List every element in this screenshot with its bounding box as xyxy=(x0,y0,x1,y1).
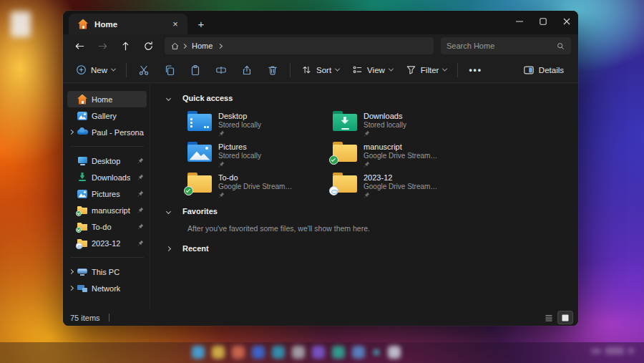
app-icon[interactable] xyxy=(192,346,205,359)
folder-synced-icon xyxy=(77,221,88,233)
back-button[interactable] xyxy=(69,37,90,55)
tab-close-icon[interactable]: × xyxy=(169,18,182,31)
quick-access-tile-desktop[interactable]: Desktop Stored locally xyxy=(187,111,333,135)
quick-access-tile-manuscript[interactable]: manuscript Google Drive Stream… xyxy=(333,142,478,166)
breadcrumb[interactable]: Home xyxy=(165,37,434,54)
new-button[interactable]: New xyxy=(70,60,121,80)
close-button[interactable] xyxy=(555,11,578,32)
section-favorites[interactable]: Favorites xyxy=(167,205,571,217)
navigation-pane: Home Gallery Paul - Personal xyxy=(63,84,150,309)
status-divider xyxy=(109,314,109,321)
pin-icon xyxy=(137,190,144,197)
app-icon[interactable] xyxy=(388,346,401,359)
sort-button[interactable]: Sort xyxy=(296,60,345,80)
chevron-down-icon xyxy=(111,67,116,72)
app-icon[interactable] xyxy=(292,346,305,359)
toolbar-divider xyxy=(126,63,127,77)
section-recent[interactable]: Recent xyxy=(167,243,571,254)
copy-button[interactable] xyxy=(157,60,182,80)
files-pane: Quick access Desktop Stored locally xyxy=(150,84,578,309)
sidebar-item-pictures[interactable]: Pictures xyxy=(67,185,147,202)
sidebar-item-paul-personal[interactable]: Paul - Personal xyxy=(67,124,147,140)
sidebar-divider xyxy=(70,257,144,258)
cut-button[interactable] xyxy=(132,60,156,80)
tray-icon xyxy=(628,348,634,354)
pin-icon xyxy=(364,192,437,198)
favorites-empty-text: After you've favorited some files, we'll… xyxy=(187,224,571,233)
rename-button[interactable] xyxy=(209,60,233,80)
system-tray[interactable] xyxy=(591,347,634,354)
quick-access-tile-pictures[interactable]: Pictures Stored locally xyxy=(187,142,333,166)
sidebar-item-gallery[interactable]: Gallery xyxy=(67,107,147,124)
tile-name: Desktop xyxy=(218,112,261,120)
section-title: Quick access xyxy=(182,94,233,102)
pictures-folder-icon xyxy=(187,142,212,162)
chevron-down-icon[interactable] xyxy=(166,208,171,213)
tile-name: manuscript xyxy=(364,142,437,151)
toolbar-divider xyxy=(457,63,458,77)
more-options-button[interactable]: ••• xyxy=(463,60,488,80)
new-tab-button[interactable]: + xyxy=(192,14,210,33)
breadcrumb-chevron-icon xyxy=(218,43,223,48)
pin-icon xyxy=(218,130,261,137)
app-icon[interactable] xyxy=(232,346,245,359)
sidebar-item-home[interactable]: Home xyxy=(67,91,147,107)
view-button[interactable]: View xyxy=(346,60,399,80)
sidebar-item-network[interactable]: Network xyxy=(67,280,147,296)
chevron-down-icon xyxy=(442,67,447,72)
chevron-down-icon[interactable] xyxy=(166,95,171,100)
sidebar-item-downloads[interactable]: Downloads xyxy=(67,169,147,185)
downloads-folder-icon xyxy=(333,111,357,131)
app-icon[interactable] xyxy=(374,349,379,355)
downloads-icon xyxy=(77,172,88,183)
pin-icon xyxy=(137,223,144,230)
sidebar-item-desktop[interactable]: Desktop xyxy=(67,153,147,169)
minimize-button[interactable] xyxy=(507,11,531,32)
tile-subtitle: Stored locally xyxy=(364,121,406,129)
refresh-button[interactable] xyxy=(137,37,159,55)
breadcrumb-home-icon[interactable] xyxy=(170,42,180,51)
icons-view-toggle[interactable] xyxy=(558,311,572,324)
folder-cloud-icon xyxy=(77,238,88,249)
sidebar-item-this-pc[interactable]: This PC xyxy=(67,263,147,280)
search-box[interactable] xyxy=(441,37,571,54)
share-button[interactable] xyxy=(235,60,259,80)
pin-icon xyxy=(364,161,437,168)
sidebar-divider xyxy=(70,146,144,147)
sidebar-item-2023-12[interactable]: 2023-12 xyxy=(67,235,147,251)
app-icon[interactable] xyxy=(212,346,225,359)
tile-name: To-do xyxy=(218,173,292,182)
quick-access-tile-to-do[interactable]: To-do Google Drive Stream… xyxy=(187,173,333,197)
forward-button[interactable] xyxy=(92,37,113,55)
breadcrumb-chevron-icon xyxy=(182,43,187,48)
network-icon xyxy=(77,283,88,294)
pin-icon xyxy=(218,161,261,168)
app-icon[interactable] xyxy=(312,346,325,359)
desktop-shortcut-icon[interactable] xyxy=(11,11,31,37)
quick-access-tile-2023-12[interactable]: 2023-12 Google Drive Stream… xyxy=(333,173,478,197)
delete-button[interactable] xyxy=(260,60,285,80)
cloud-folder-icon xyxy=(333,173,357,193)
paste-button[interactable] xyxy=(183,60,208,80)
sidebar-item-to-do[interactable]: To-do xyxy=(67,218,147,235)
app-icon[interactable] xyxy=(272,346,285,359)
filter-button[interactable]: Filter xyxy=(400,60,453,80)
up-button[interactable] xyxy=(114,37,136,55)
chevron-right-icon[interactable] xyxy=(69,269,74,274)
breadcrumb-segment[interactable]: Home xyxy=(189,42,215,50)
search-input[interactable] xyxy=(447,42,556,50)
chevron-right-icon[interactable] xyxy=(69,286,74,291)
details-view-toggle[interactable] xyxy=(542,311,556,324)
tab-home[interactable]: Home × xyxy=(69,14,187,34)
app-icon[interactable] xyxy=(332,346,345,359)
maximize-button[interactable] xyxy=(531,11,555,32)
chevron-right-icon[interactable] xyxy=(69,130,74,135)
app-icon[interactable] xyxy=(252,346,265,359)
quick-access-tile-downloads[interactable]: Downloads Stored locally xyxy=(333,111,478,135)
tile-subtitle: Google Drive Stream… xyxy=(364,183,437,190)
section-quick-access[interactable]: Quick access xyxy=(167,92,571,104)
details-button[interactable]: Details xyxy=(517,60,570,80)
app-icon[interactable] xyxy=(352,346,365,359)
sidebar-item-manuscript[interactable]: manuscript xyxy=(67,202,147,218)
chevron-right-icon[interactable] xyxy=(166,246,171,251)
